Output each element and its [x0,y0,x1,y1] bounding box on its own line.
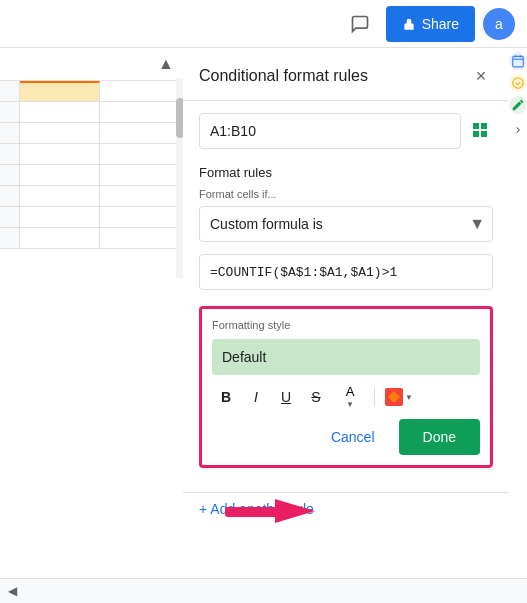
grid-cell[interactable] [20,123,100,144]
grid-cell[interactable] [100,228,180,249]
svg-point-11 [512,78,523,89]
add-rule-label: + Add another rule [199,501,314,517]
cf-panel-body: Format rules Format cells if... Custom f… [183,101,509,492]
formatting-style-label: Formatting style [212,319,480,331]
tasks-app-icon[interactable] [509,74,527,92]
grid-cell[interactable] [20,165,100,186]
font-color-dropdown-icon: ▼ [346,400,354,409]
grid-cell[interactable] [20,81,100,102]
strikethrough-button[interactable]: S [302,383,330,411]
row-header [0,102,20,123]
range-grid-icon[interactable] [469,119,493,143]
lock-icon [402,17,416,31]
sheet-header: ▲ [0,48,184,81]
style-preview-label: Default [222,349,266,365]
font-color-label: A [346,385,355,398]
svg-rect-7 [512,56,523,67]
cancel-button[interactable]: Cancel [315,419,391,455]
row-header [0,228,20,249]
italic-button[interactable]: I [242,383,270,411]
grid-container [0,81,184,249]
bottom-bar: ◀ [0,578,527,603]
grid-row [0,102,184,123]
grid-cell[interactable] [100,207,180,228]
toolbar-divider [374,387,375,407]
calendar-app-icon[interactable] [509,52,527,70]
row-header [0,207,20,228]
cf-panel-title: Conditional format rules [199,67,368,85]
top-toolbar: Share a [0,0,527,48]
done-button[interactable]: Done [399,419,480,455]
underline-button[interactable]: U [272,383,300,411]
style-preview: Default [212,339,480,375]
grid-cell[interactable] [100,102,180,123]
range-input[interactable] [199,113,461,149]
share-label: Share [422,16,459,32]
range-row [199,113,493,149]
format-cells-if-label: Format cells if... [199,188,493,200]
spreadsheet-area: ▲ [0,48,185,603]
format-rules-label: Format rules [199,165,493,180]
grid-row [0,165,184,186]
formula-input[interactable] [199,254,493,290]
avatar-button[interactable]: a [483,8,515,40]
cf-panel-header: Conditional format rules × [183,48,509,101]
grid-row [0,186,184,207]
svg-rect-2 [473,131,479,137]
grid-cell[interactable] [20,144,100,165]
add-rule-row[interactable]: + Add another rule [183,492,509,525]
comment-button[interactable] [342,6,378,42]
grid-cell[interactable] [100,81,180,102]
grid-row [0,81,184,102]
fill-color-swatch [385,388,403,406]
grid-cell[interactable] [100,144,180,165]
bold-button[interactable]: B [212,383,240,411]
grid-row [0,144,184,165]
expand-right-icon[interactable] [512,122,524,140]
bottom-scroll-left[interactable]: ◀ [8,584,17,598]
style-toolbar: B I U S A ▼ [212,383,480,411]
share-button[interactable]: Share [386,6,475,42]
grid-cell[interactable] [20,102,100,123]
grid-cell[interactable] [100,186,180,207]
row-header [0,123,20,144]
row-header [0,144,20,165]
cf-close-button[interactable]: × [469,64,493,88]
comment-icon [350,14,370,34]
fill-dropdown-icon: ▼ [405,393,413,402]
grid-cell[interactable] [100,123,180,144]
svg-rect-3 [481,131,487,137]
collapse-button[interactable]: ▲ [154,52,178,76]
avatar-label: a [495,16,503,32]
row-header [0,165,20,186]
formatting-style-box: Formatting style Default B I U S A ▼ [199,306,493,468]
row-header [0,81,20,102]
rule-select-wrapper: Custom formula is ▼ [199,206,493,242]
right-side-apps [507,48,527,144]
grid-cell[interactable] [20,207,100,228]
font-color-button[interactable]: A ▼ [332,383,368,411]
grid-row [0,123,184,144]
grid-cell[interactable] [100,165,180,186]
grid-cell[interactable] [20,186,100,207]
svg-rect-0 [473,123,479,129]
grid-icon [471,121,491,141]
edit-app-icon[interactable] [509,96,527,114]
action-buttons-row: Cancel Done [212,419,480,455]
cf-panel: Conditional format rules × Format rules … [183,48,509,578]
rule-select[interactable]: Custom formula is [199,206,493,242]
svg-rect-1 [481,123,487,129]
fill-color-button[interactable]: ▼ [381,383,425,411]
grid-row [0,228,184,249]
row-header [0,186,20,207]
grid-row [0,207,184,228]
grid-cell[interactable] [20,228,100,249]
